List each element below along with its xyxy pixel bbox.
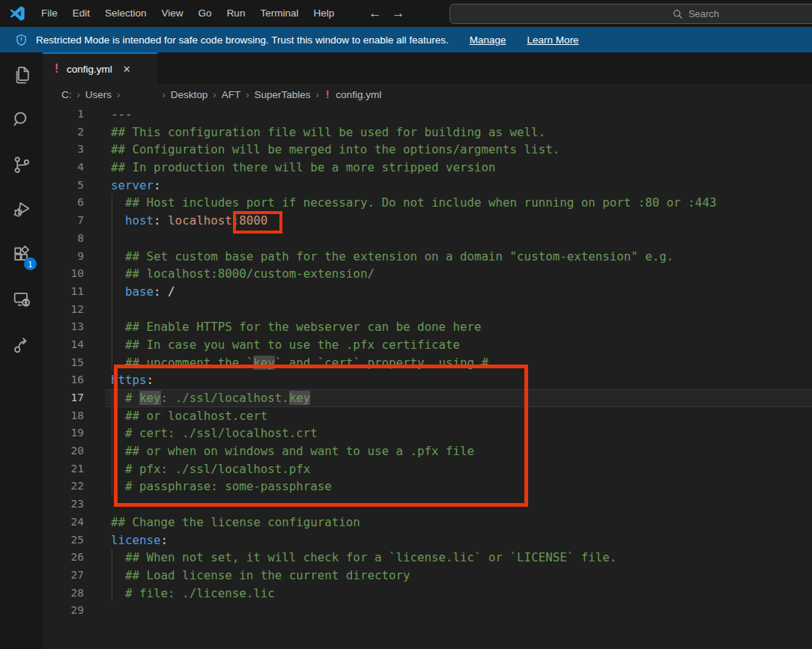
- sidebar-item-remote-explorer[interactable]: [0, 277, 43, 322]
- share-arrow-icon: [11, 334, 32, 355]
- code-token: #: [125, 391, 139, 405]
- line-number[interactable]: 15: [43, 354, 84, 372]
- search-input[interactable]: Search: [449, 4, 812, 24]
- indent-guide: [112, 424, 112, 442]
- line-number[interactable]: 16: [43, 371, 84, 389]
- code-token: [111, 550, 125, 564]
- code-token: [111, 479, 125, 493]
- line-number[interactable]: 14: [43, 336, 84, 354]
- close-tab-icon[interactable]: ✕: [123, 64, 131, 75]
- code-token: :: [154, 284, 168, 299]
- code-token: ## Set custom base path for the extensio…: [125, 249, 673, 263]
- forward-arrow-icon[interactable]: →: [392, 0, 405, 27]
- breadcrumb-item-desktop[interactable]: Desktop: [171, 89, 208, 100]
- line-number[interactable]: 6: [43, 194, 84, 212]
- extensions-badge: 1: [24, 258, 37, 270]
- sidebar-item-search[interactable]: [0, 97, 43, 142]
- code-token: ## localhost:8000/custom-extension/: [125, 266, 375, 281]
- line-number[interactable]: 20: [43, 442, 84, 460]
- code-line: [111, 301, 812, 319]
- code-line: https:: [111, 371, 812, 389]
- code-line: # cert: ./ssl/localhost.crt: [111, 424, 812, 442]
- code-line: host: localhost:8000: [111, 212, 812, 230]
- chevron-right-icon: ›: [162, 89, 165, 100]
- line-number[interactable]: 9: [43, 248, 84, 266]
- code-token: [111, 195, 125, 210]
- indent-guide: [112, 265, 112, 283]
- code-line: ## Change the license configuration: [111, 514, 812, 531]
- line-number[interactable]: 10: [43, 265, 84, 283]
- line-number[interactable]: 5: [43, 177, 84, 195]
- breadcrumb-item-config-yml[interactable]: config.yml: [336, 89, 381, 100]
- line-number[interactable]: 19: [43, 424, 84, 442]
- menu-edit[interactable]: Edit: [65, 0, 97, 27]
- sidebar-item-source-control[interactable]: [0, 142, 43, 187]
- menu-file[interactable]: File: [34, 0, 65, 27]
- line-number[interactable]: 13: [43, 318, 84, 336]
- line-number[interactable]: 24: [43, 514, 84, 531]
- line-number[interactable]: 29: [43, 602, 84, 620]
- line-number[interactable]: 1: [43, 106, 84, 124]
- sidebar-item-run-and-debug[interactable]: [0, 187, 43, 232]
- menu-run[interactable]: Run: [219, 0, 253, 27]
- breadcrumb-item-c-[interactable]: C:: [61, 89, 72, 100]
- menu-help[interactable]: Help: [306, 0, 342, 27]
- code-token: [111, 249, 125, 263]
- sidebar-item-explorer[interactable]: [0, 52, 43, 97]
- search-sidebar-icon: [11, 109, 32, 130]
- menu-view[interactable]: View: [154, 0, 191, 27]
- line-number[interactable]: 23: [43, 496, 84, 514]
- back-arrow-icon[interactable]: ←: [369, 0, 381, 27]
- indent-guide: [112, 407, 112, 425]
- code-token: ## Enable HTTPS for the webserver can be…: [125, 320, 482, 334]
- code-token: ## In case you want to use the .pfx cert…: [125, 338, 460, 352]
- code-line: # file: ./license.lic: [111, 585, 812, 603]
- code-line: ## When not set, it will check for a `li…: [111, 549, 812, 567]
- sidebar-item-share[interactable]: [0, 322, 43, 367]
- line-number[interactable]: 28: [43, 585, 84, 603]
- line-number[interactable]: 21: [43, 460, 84, 478]
- code-token: ## uncomment the `: [125, 356, 253, 370]
- breadcrumb-item-supertables[interactable]: SuperTables: [255, 89, 311, 100]
- menu-selection[interactable]: Selection: [97, 0, 154, 27]
- line-number[interactable]: 7: [43, 212, 84, 230]
- history-nav: ← →: [369, 0, 405, 27]
- line-number[interactable]: 18: [43, 407, 84, 425]
- code-token: ## or localhost.cert: [125, 409, 267, 423]
- code-token: [111, 462, 125, 476]
- code-line: license:: [111, 531, 812, 549]
- manage-link[interactable]: Manage: [470, 34, 506, 46]
- tab-config-yml[interactable]: ! config.yml ✕: [43, 52, 157, 84]
- code-content: ---## This configuration file will be us…: [111, 106, 812, 620]
- breadcrumb-item-users[interactable]: Users: [85, 89, 112, 100]
- line-number[interactable]: 3: [43, 141, 84, 159]
- vscode-window: FileEditSelectionViewGoRunTerminalHelp ←…: [0, 0, 812, 649]
- menu-terminal[interactable]: Terminal: [252, 0, 306, 27]
- line-number[interactable]: 11: [43, 283, 84, 301]
- menu-go[interactable]: Go: [191, 0, 219, 27]
- breadcrumb-item-aft[interactable]: AFT: [222, 89, 241, 100]
- debug-icon: [11, 199, 32, 220]
- code-token: license: [111, 533, 161, 547]
- code-line: ## localhost:8000/custom-extension/: [111, 265, 812, 283]
- line-number[interactable]: 12: [43, 301, 84, 319]
- line-number[interactable]: 22: [43, 478, 84, 496]
- code-token: ---: [111, 107, 133, 121]
- learn-more-link[interactable]: Learn More: [527, 34, 579, 46]
- line-number[interactable]: 17: [43, 389, 84, 407]
- line-number[interactable]: 4: [43, 159, 84, 177]
- code-token: ## Configuration will be merged into the…: [111, 142, 560, 156]
- indent-guide: [112, 585, 112, 603]
- code-token: [111, 320, 125, 334]
- line-number[interactable]: 25: [43, 531, 84, 549]
- line-number[interactable]: 2: [43, 124, 84, 141]
- line-number[interactable]: 27: [43, 567, 84, 585]
- code-token: [111, 266, 125, 281]
- sidebar-item-extensions[interactable]: 1: [0, 232, 43, 277]
- line-number[interactable]: 8: [43, 230, 84, 248]
- code-editor[interactable]: 1234567891011121314151617181920212223242…: [43, 105, 812, 649]
- indent-guide: [112, 283, 112, 301]
- line-number[interactable]: 26: [43, 549, 84, 567]
- indent-guide: [112, 212, 112, 230]
- tab-label: config.yml: [67, 64, 112, 75]
